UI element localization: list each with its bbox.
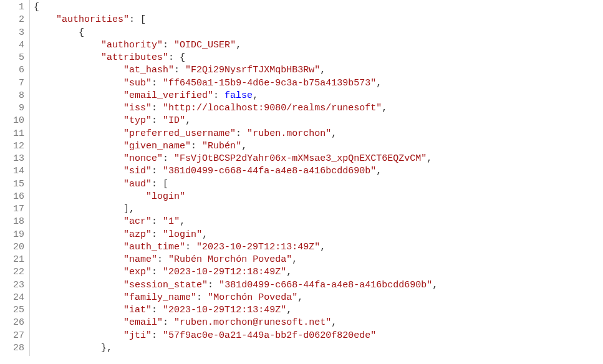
line-number: 17 — [4, 203, 24, 216]
line-number: 12 — [4, 140, 24, 153]
line-number: 21 — [4, 254, 24, 266]
code-line: "jti": "57f9ac0e-0a21-449a-bb2f-d0620f82… — [34, 330, 603, 342]
line-number: 25 — [4, 304, 24, 317]
line-number: 28 — [4, 342, 24, 355]
line-number: 16 — [4, 191, 24, 203]
code-line: }, — [34, 342, 603, 355]
line-number: 8 — [4, 90, 24, 102]
code-line: "name": "Rubén Morchón Poveda", — [34, 254, 603, 266]
code-line: "auth_time": "2023-10-29T12:13:49Z", — [34, 241, 603, 254]
line-number: 9 — [4, 102, 24, 115]
line-number: 4 — [4, 39, 24, 52]
code-line: "exp": "2023-10-29T12:18:49Z", — [34, 266, 603, 279]
line-number: 20 — [4, 241, 24, 254]
code-line: "iat": "2023-10-29T12:13:49Z", — [34, 304, 603, 317]
line-number: 18 — [4, 216, 24, 228]
line-number: 13 — [4, 153, 24, 165]
line-number: 24 — [4, 292, 24, 304]
code-line: "authorities": [ — [34, 14, 603, 26]
line-number: 10 — [4, 115, 24, 127]
code-line: "azp": "login", — [34, 229, 603, 241]
line-number: 6 — [4, 64, 24, 77]
code-line: "attributes": { — [34, 52, 603, 64]
code-line: { — [34, 27, 603, 39]
line-number: 22 — [4, 266, 24, 279]
line-number: 7 — [4, 77, 24, 90]
code-line: "email": "ruben.morchon@runesoft.net", — [34, 317, 603, 329]
code-line: "session_state": "381d0499-c668-44fa-a4e… — [34, 279, 603, 292]
line-number: 5 — [4, 52, 24, 64]
code-line: "login" — [34, 191, 603, 203]
code-line: "given_name": "Rubén", — [34, 140, 603, 153]
code-line: "aud": [ — [34, 178, 603, 191]
code-line: "email_verified": false, — [34, 90, 603, 102]
line-number: 26 — [4, 317, 24, 329]
code-line: "nonce": "FsVjOtBCSP2dYahr06x-mXMsae3_xp… — [34, 153, 603, 165]
line-number: 1 — [4, 1, 24, 14]
code-line: "typ": "ID", — [34, 115, 603, 127]
code-line: "authority": "OIDC_USER", — [34, 39, 603, 52]
code-line: "acr": "1", — [34, 216, 603, 228]
line-number: 2 — [4, 14, 24, 26]
line-number: 15 — [4, 178, 24, 191]
line-number-gutter: 1234567891011121314151617181920212223242… — [0, 0, 30, 356]
code-line: "sid": "381d0499-c668-44fa-a4e8-a416bcdd… — [34, 165, 603, 178]
code-line: { — [34, 1, 603, 14]
line-number: 14 — [4, 165, 24, 178]
line-number: 23 — [4, 279, 24, 292]
code-area[interactable]: { "authorities": [ { "authority": "OIDC_… — [30, 0, 603, 356]
line-number: 11 — [4, 128, 24, 140]
code-line: "sub": "ff6450a1-15b9-4d6e-9c3a-b75a4139… — [34, 77, 603, 90]
code-line: "family_name": "Morchón Poveda", — [34, 292, 603, 304]
line-number: 27 — [4, 330, 24, 342]
code-line: "at_hash": "F2Qi29NysrfTJXMqbHB3Rw", — [34, 64, 603, 77]
line-number: 19 — [4, 229, 24, 241]
code-line: ], — [34, 203, 603, 216]
code-line: "preferred_username": "ruben.morchon", — [34, 128, 603, 140]
line-number: 3 — [4, 27, 24, 39]
code-line: "iss": "http://localhost:9080/realms/run… — [34, 102, 603, 115]
